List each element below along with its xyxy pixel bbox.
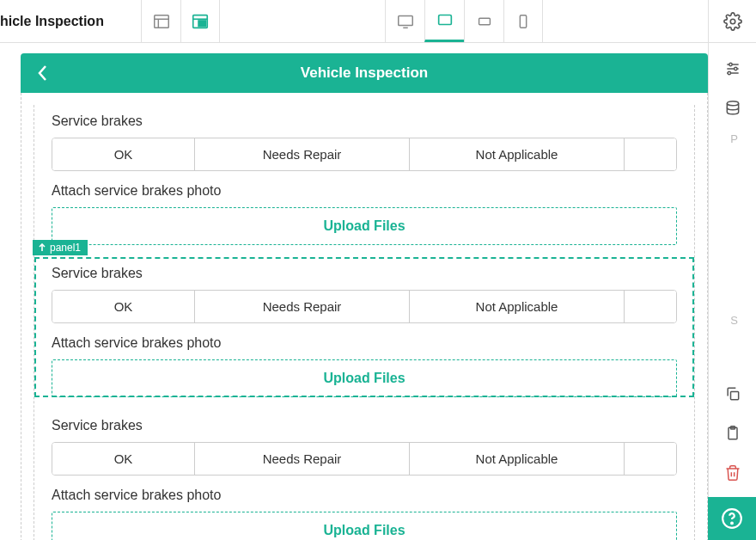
form-panel-selected[interactable]: panel1 Service brakes OK Needs Repair No…: [34, 257, 694, 397]
delete-button[interactable]: [717, 457, 748, 488]
upload-files-button[interactable]: Upload Files: [52, 207, 677, 245]
top-toolbar: hicle Inspection: [0, 0, 756, 43]
clipboard-icon: [724, 425, 741, 442]
svg-rect-8: [438, 15, 451, 25]
svg-point-16: [729, 63, 731, 65]
properties-rail: P S: [708, 43, 756, 540]
data-button[interactable]: [717, 93, 748, 124]
form-header: Vehicle Inspection: [21, 53, 708, 93]
layout-single-icon[interactable]: [141, 0, 180, 42]
rail-letter: P: [730, 132, 738, 145]
panel-tag[interactable]: panel1: [33, 240, 88, 255]
question-label: Service brakes: [52, 114, 677, 129]
option-ok[interactable]: OK: [52, 443, 195, 475]
option-ok[interactable]: OK: [52, 291, 195, 322]
page-title: hicle Inspection: [0, 14, 141, 29]
arrow-up-icon: [38, 243, 46, 252]
option-r[interactable]: R: [625, 138, 677, 170]
upload-files-button[interactable]: Upload Files: [52, 512, 677, 540]
svg-rect-6: [398, 15, 412, 25]
svg-point-11: [730, 19, 735, 24]
help-fab[interactable]: [708, 497, 756, 540]
option-not-applicable[interactable]: Not Applicable: [410, 138, 625, 170]
device-tablet-landscape-icon[interactable]: [424, 0, 464, 42]
database-icon: [724, 100, 741, 117]
form-body: Service brakes OK Needs Repair Not Appli…: [21, 93, 708, 540]
option-not-applicable[interactable]: Not Applicable: [410, 443, 625, 475]
sliders-button[interactable]: [717, 53, 748, 84]
question-label: Service brakes: [52, 418, 677, 433]
option-r[interactable]: R: [625, 443, 677, 475]
device-preview-group: [385, 0, 543, 42]
svg-point-17: [734, 67, 736, 70]
design-canvas: Vehicle Inspection Service brakes OK Nee…: [0, 43, 708, 540]
option-needs-repair[interactable]: Needs Repair: [195, 443, 410, 475]
question-label: Service brakes: [52, 266, 677, 281]
layout-split-icon[interactable]: [180, 0, 220, 42]
segmented-control: OK Needs Repair Not Applicable R: [52, 290, 677, 323]
option-needs-repair[interactable]: Needs Repair: [195, 138, 410, 170]
sliders-icon: [724, 60, 741, 77]
rail-letter-2: S: [730, 314, 738, 327]
device-tablet-portrait-icon[interactable]: [464, 0, 503, 42]
form-panel[interactable]: Service brakes OK Needs Repair Not Appli…: [34, 105, 694, 245]
svg-rect-0: [154, 15, 168, 28]
device-desktop-icon[interactable]: [385, 0, 424, 42]
segmented-control: OK Needs Repair Not Applicable R: [52, 138, 677, 171]
chevron-left-icon: [36, 64, 48, 83]
option-r[interactable]: R: [625, 291, 677, 322]
paste-button[interactable]: [717, 418, 748, 449]
svg-point-24: [731, 523, 733, 525]
attach-label: Attach service brakes photo: [52, 488, 677, 503]
segmented-control: OK Needs Repair Not Applicable R: [52, 442, 677, 476]
copy-button[interactable]: [717, 378, 748, 409]
upload-files-button[interactable]: Upload Files: [52, 359, 677, 397]
svg-rect-5: [198, 20, 206, 27]
option-not-applicable[interactable]: Not Applicable: [410, 291, 625, 322]
layout-mode-group: [141, 0, 220, 42]
svg-rect-9: [479, 18, 490, 24]
option-needs-repair[interactable]: Needs Repair: [195, 291, 410, 322]
device-phone-icon[interactable]: [503, 0, 543, 42]
attach-label: Attach service brakes photo: [52, 183, 677, 199]
option-ok[interactable]: OK: [52, 138, 195, 170]
svg-point-19: [727, 101, 738, 106]
copy-icon: [724, 385, 741, 402]
form-panel[interactable]: Service brakes OK Needs Repair Not Appli…: [34, 409, 694, 540]
svg-rect-10: [520, 15, 526, 28]
trash-icon: [724, 464, 741, 482]
form-title: Vehicle Inspection: [301, 64, 428, 82]
svg-point-18: [728, 71, 730, 74]
svg-rect-20: [730, 392, 738, 400]
help-icon: [721, 507, 743, 530]
attach-label: Attach service brakes photo: [52, 335, 677, 351]
back-button[interactable]: [36, 53, 48, 93]
gear-icon: [723, 12, 742, 31]
settings-button[interactable]: [708, 0, 756, 42]
